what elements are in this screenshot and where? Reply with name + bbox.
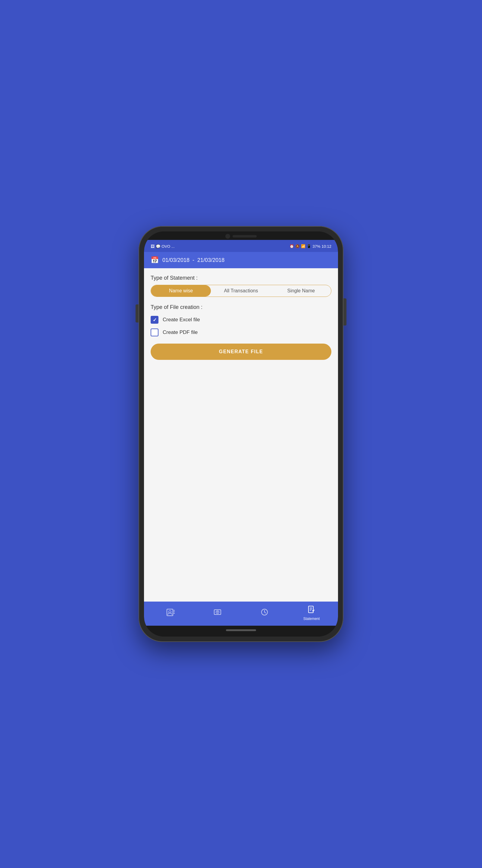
toggle-single-name[interactable]: Single Name xyxy=(271,285,331,297)
pdf-label: Create PDF file xyxy=(163,330,198,336)
speaker-bar xyxy=(232,235,257,238)
battery-text: 37% xyxy=(312,244,320,249)
time-text: 10:12 xyxy=(321,244,331,249)
svg-rect-8 xyxy=(309,606,313,613)
excel-file-row[interactable]: ✓ Create Excel file xyxy=(151,316,331,324)
nav-history[interactable] xyxy=(255,608,274,618)
calendar-icon: 📅 xyxy=(151,256,159,264)
statement-type-label: Type of Statement : xyxy=(151,275,331,281)
app-header: 📅 01/03/2018 - 21/03/2018 xyxy=(144,252,338,268)
phone-frame: 🖼 💬 OVO ... ⏰ 🔕 📶 📱 37% 10:12 📅 01/03/20… xyxy=(138,226,344,642)
screen: 🖼 💬 OVO ... ⏰ 🔕 📶 📱 37% 10:12 📅 01/03/20… xyxy=(144,231,338,637)
toggle-all-transactions[interactable]: All Transactions xyxy=(211,285,271,297)
camera-dot xyxy=(225,234,230,239)
home-indicator-area xyxy=(144,626,338,637)
mute-icon: 🔕 xyxy=(295,244,300,248)
file-creation-section: Type of File creation : ✓ Create Excel f… xyxy=(151,304,331,360)
history-icon xyxy=(260,608,269,618)
file-creation-label: Type of File creation : xyxy=(151,304,331,310)
excel-label: Create Excel file xyxy=(163,317,200,323)
alarm-icon: ⏰ xyxy=(289,244,294,248)
status-left: 🖼 💬 OVO ... xyxy=(151,244,175,249)
payment-icon xyxy=(213,608,222,618)
status-bar: 🖼 💬 OVO ... ⏰ 🔕 📶 📱 37% 10:12 xyxy=(144,240,338,252)
home-indicator xyxy=(226,629,256,631)
wifi-icon: 📶 xyxy=(301,244,306,248)
main-content: Type of Statement : Name wise All Transa… xyxy=(144,268,338,601)
phone-screen: 🖼 💬 OVO ... ⏰ 🔕 📶 📱 37% 10:12 📅 01/03/20… xyxy=(144,231,338,637)
nav-contacts[interactable] xyxy=(161,608,180,618)
date-range: 01/03/2018 - 21/03/2018 xyxy=(162,257,224,264)
checkmark-icon: ✓ xyxy=(153,317,157,323)
statement-icon xyxy=(307,605,316,615)
generate-file-button[interactable]: GENERATE FILE xyxy=(151,344,331,360)
date-separator: - xyxy=(193,257,194,264)
pdf-file-row[interactable]: Create PDF file xyxy=(151,329,331,336)
date-to[interactable]: 21/03/2018 xyxy=(197,257,224,264)
date-from[interactable]: 01/03/2018 xyxy=(162,257,190,264)
status-right: ⏰ 🔕 📶 📱 37% 10:12 xyxy=(289,244,331,249)
toggle-name-wise[interactable]: Name wise xyxy=(151,285,211,297)
statement-type-toggle: Name wise All Transactions Single Name xyxy=(151,285,331,297)
signal-icon: 📱 xyxy=(307,244,311,248)
excel-checkbox[interactable]: ✓ xyxy=(151,316,158,324)
content-spacer xyxy=(151,360,331,601)
contacts-icon xyxy=(166,608,175,618)
nav-payment[interactable] xyxy=(208,608,227,618)
pdf-checkbox[interactable] xyxy=(151,329,158,336)
statement-nav-label: Statement xyxy=(303,617,320,621)
nav-statement[interactable]: Statement xyxy=(302,605,321,621)
statement-type-section: Type of Statement : Name wise All Transa… xyxy=(151,275,331,304)
status-left-icons: 🖼 💬 OVO ... xyxy=(151,244,175,249)
bottom-nav: Statement xyxy=(144,601,338,626)
svg-point-1 xyxy=(169,611,171,613)
camera-area xyxy=(144,231,338,240)
